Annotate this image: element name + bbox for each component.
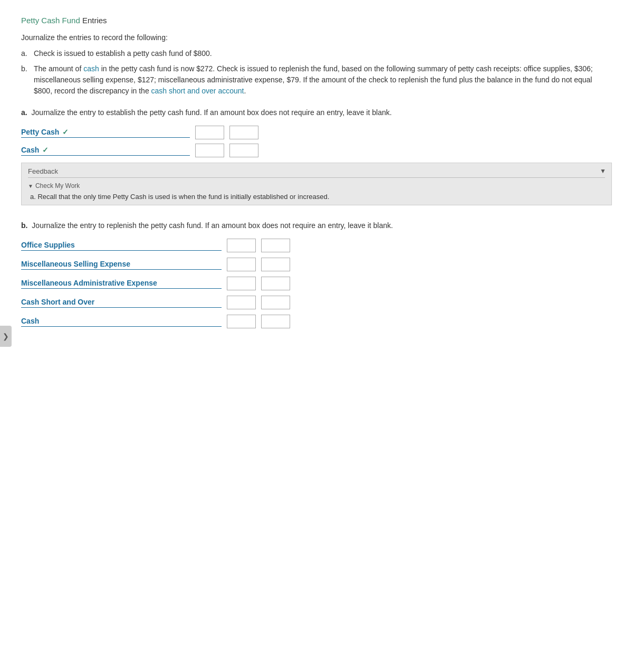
problem-b-body: The amount of cash in the petty cash fun… (34, 63, 612, 97)
account-misc-admin[interactable]: Miscellaneous Administrative Expense (21, 279, 222, 289)
account-petty-cash[interactable]: Petty Cash ✓ (21, 128, 190, 138)
account-office-supplies[interactable]: Office Supplies (21, 241, 222, 251)
office-supplies-debit[interactable] (227, 239, 256, 252)
section-b-instruction: b. Journalize the entry to replenish the… (21, 220, 612, 231)
section-a: a. Journalize the entry to establish the… (21, 107, 612, 205)
table-row: Cash ✓ (21, 144, 612, 157)
account-cash-b[interactable]: Cash (21, 317, 222, 327)
page-title: Petty Cash Fund Entries (21, 16, 612, 25)
table-row: Petty Cash ✓ (21, 126, 612, 139)
account-misc-selling[interactable]: Miscellaneous Selling Expense (21, 260, 222, 270)
check-my-work-label: Check My Work (35, 182, 80, 190)
cash-short-over-credit[interactable] (261, 296, 290, 309)
misc-selling-debit[interactable] (227, 258, 256, 271)
intro-text: Journalize the entries to record the fol… (21, 33, 612, 42)
cash-b-credit[interactable] (261, 315, 290, 328)
account-cash-a-label: Cash (21, 146, 39, 154)
petty-cash-credit[interactable] (229, 126, 258, 139)
table-row: Cash Short and Over (21, 296, 612, 309)
title-highlight: Petty Cash Fund (21, 16, 80, 25)
problem-a-text: Check is issued to establish a petty cas… (34, 48, 212, 59)
table-row: Office Supplies (21, 239, 612, 252)
table-row: Miscellaneous Administrative Expense (21, 277, 612, 290)
problem-list: a. Check is issued to establish a petty … (21, 48, 612, 97)
account-cash-short-over[interactable]: Cash Short and Over (21, 298, 222, 308)
sidebar-arrow[interactable]: ❯ (0, 326, 12, 347)
office-supplies-credit[interactable] (261, 239, 290, 252)
misc-admin-credit[interactable] (261, 277, 290, 290)
cash-a-debit[interactable] (195, 144, 224, 157)
feedback-box: Feedback ▼ ▼ Check My Work a. Recall tha… (21, 163, 612, 205)
cash-a-checkmark: ✓ (42, 146, 49, 154)
cash-short-over-link[interactable]: cash short and over account (151, 87, 244, 95)
feedback-label: Feedback (28, 167, 605, 175)
problem-a-label: a. (21, 48, 32, 59)
problem-item-b: b. The amount of cash in the petty cash … (21, 63, 612, 97)
petty-cash-debit[interactable] (195, 126, 224, 139)
problem-item-a: a. Check is issued to establish a petty … (21, 48, 612, 59)
section-a-label: a. (21, 108, 27, 117)
problem-b-label: b. (21, 63, 32, 97)
section-b: b. Journalize the entry to replenish the… (21, 220, 612, 328)
cash-short-over-debit[interactable] (227, 296, 256, 309)
cash-b-debit[interactable] (227, 315, 256, 328)
section-b-journal: Office Supplies Miscellaneous Selling Ex… (21, 239, 612, 328)
table-row: Cash (21, 315, 612, 328)
feedback-content: a. Recall that the only time Petty Cash … (28, 193, 605, 201)
feedback-dropdown-icon[interactable]: ▼ (600, 167, 606, 175)
table-row: Miscellaneous Selling Expense (21, 258, 612, 271)
account-cash-a[interactable]: Cash ✓ (21, 146, 190, 156)
misc-admin-debit[interactable] (227, 277, 256, 290)
section-a-journal: Petty Cash ✓ Cash ✓ (21, 126, 612, 157)
section-b-label: b. (21, 221, 27, 230)
petty-cash-checkmark: ✓ (62, 128, 69, 136)
account-petty-cash-label: Petty Cash (21, 128, 59, 136)
misc-selling-credit[interactable] (261, 258, 290, 271)
cash-a-credit[interactable] (229, 144, 258, 157)
section-a-instruction: a. Journalize the entry to establish the… (21, 107, 612, 118)
cash-highlight: cash (83, 64, 99, 73)
check-my-work[interactable]: ▼ Check My Work (28, 182, 605, 190)
check-my-work-triangle: ▼ (28, 183, 33, 189)
